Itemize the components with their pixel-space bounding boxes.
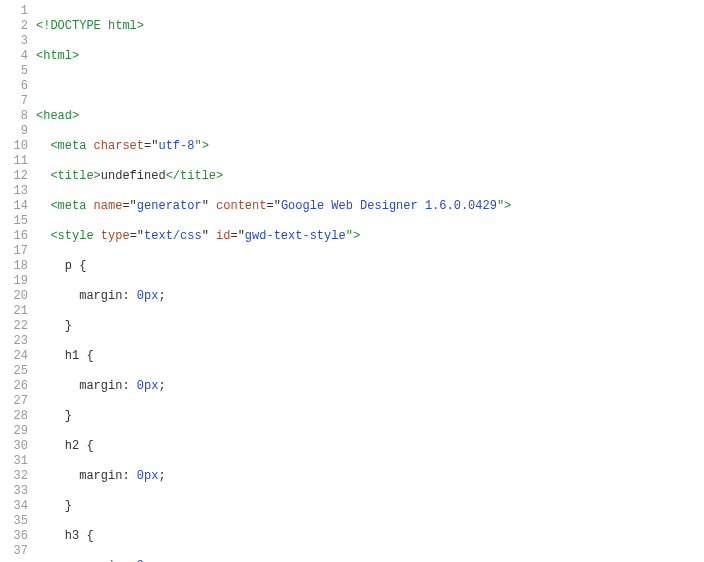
line-number-gutter: 1234567891011121314151617181920212223242…: [0, 4, 36, 562]
code-line: margin: 0px;: [36, 469, 704, 484]
code-editor: 1234567891011121314151617181920212223242…: [0, 0, 704, 562]
line-number: 19: [0, 274, 28, 289]
line-number: 29: [0, 424, 28, 439]
line-number: 16: [0, 229, 28, 244]
line-number: 4: [0, 49, 28, 64]
line-number: 12: [0, 169, 28, 184]
line-number: 5: [0, 64, 28, 79]
line-number: 9: [0, 124, 28, 139]
code-line: margin: 0px;: [36, 289, 704, 304]
code-line: }: [36, 319, 704, 334]
line-number: 15: [0, 214, 28, 229]
line-number: 23: [0, 334, 28, 349]
code-line: <html>: [36, 49, 704, 64]
line-number: 8: [0, 109, 28, 124]
line-number: 21: [0, 304, 28, 319]
line-number: 32: [0, 469, 28, 484]
line-number: 14: [0, 199, 28, 214]
line-number: 3: [0, 34, 28, 49]
line-number: 13: [0, 184, 28, 199]
line-number: 20: [0, 289, 28, 304]
code-line: margin: 0px;: [36, 379, 704, 394]
line-number: 7: [0, 94, 28, 109]
line-number: 2: [0, 19, 28, 34]
code-line: h3 {: [36, 529, 704, 544]
code-content: <!DOCTYPE html> <html> <head> <meta char…: [36, 4, 704, 562]
line-number: 17: [0, 244, 28, 259]
line-number: 31: [0, 454, 28, 469]
code-line: h2 {: [36, 439, 704, 454]
line-number: 25: [0, 364, 28, 379]
line-number: 36: [0, 529, 28, 544]
code-line: }: [36, 499, 704, 514]
code-line: <style type="text/css" id="gwd-text-styl…: [36, 229, 704, 244]
line-number: 26: [0, 379, 28, 394]
code-line: <title>undefined</title>: [36, 169, 704, 184]
line-number: 6: [0, 79, 28, 94]
line-number: 18: [0, 259, 28, 274]
line-number: 1: [0, 4, 28, 19]
line-number: 33: [0, 484, 28, 499]
code-line: <!DOCTYPE html>: [36, 19, 704, 34]
code-line: h1 {: [36, 349, 704, 364]
line-number: 10: [0, 139, 28, 154]
code-line: [36, 79, 704, 94]
code-line: <meta name="generator" content="Google W…: [36, 199, 704, 214]
code-line: p {: [36, 259, 704, 274]
line-number: 30: [0, 439, 28, 454]
line-number: 24: [0, 349, 28, 364]
line-number: 34: [0, 499, 28, 514]
code-line: }: [36, 409, 704, 424]
code-line: <head>: [36, 109, 704, 124]
line-number: 27: [0, 394, 28, 409]
line-number: 37: [0, 544, 28, 559]
code-line: <meta charset="utf-8">: [36, 139, 704, 154]
line-number: 11: [0, 154, 28, 169]
line-number: 22: [0, 319, 28, 334]
line-number: 28: [0, 409, 28, 424]
line-number: 35: [0, 514, 28, 529]
